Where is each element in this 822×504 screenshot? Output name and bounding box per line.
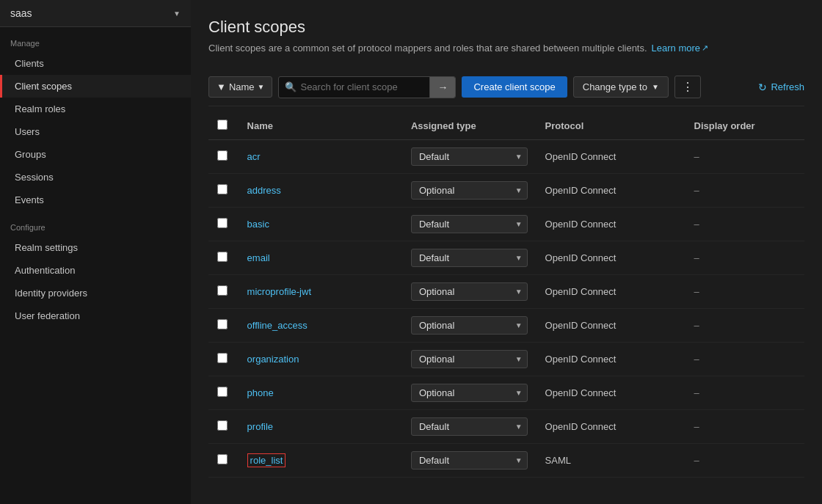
display-order-cell-acr: –: [685, 140, 804, 174]
display-order-cell-address: –: [685, 174, 804, 208]
assigned-type-select-role_list[interactable]: Default▼: [411, 451, 528, 470]
assigned-type-select-acr[interactable]: Default▼: [411, 147, 528, 166]
sidebar-item-label: User federation: [15, 310, 80, 321]
table-row: basicDefault▼OpenID Connect–: [208, 208, 804, 241]
name-link-phone[interactable]: phone: [247, 387, 274, 398]
protocol-cell-basic: OpenID Connect: [537, 208, 685, 241]
filter-chevron-icon: ▼: [258, 83, 265, 91]
row-checkbox-basic[interactable]: [217, 218, 228, 228]
select-arrow-icon: ▼: [515, 220, 523, 228]
select-arrow-icon: ▼: [515, 254, 523, 262]
table-row: addressOptional▼OpenID Connect–: [208, 174, 804, 208]
row-checkbox-phone[interactable]: [217, 387, 228, 397]
select-arrow-icon: ▼: [515, 389, 523, 397]
filter-button[interactable]: ▼ Name ▼: [208, 76, 272, 98]
sidebar-item-groups[interactable]: Groups: [0, 143, 191, 166]
display-order-cell-microprofile-jwt: –: [685, 275, 804, 309]
sidebar-item-label: Client scopes: [15, 81, 72, 92]
protocol-cell-microprofile-jwt: OpenID Connect: [537, 275, 685, 309]
search-arrow-icon: →: [437, 81, 448, 93]
row-checkbox-microprofile-jwt[interactable]: [217, 285, 228, 296]
display-order-cell-offline_access: –: [685, 309, 804, 343]
name-link-profile[interactable]: profile: [247, 421, 273, 432]
table-row: offline_accessOptional▼OpenID Connect–: [208, 309, 804, 343]
sidebar-item-label: Groups: [15, 149, 46, 160]
search-submit-button[interactable]: →: [429, 77, 455, 98]
sidebar-item-authentication[interactable]: Authentication: [0, 259, 191, 282]
name-link-microprofile-jwt[interactable]: microprofile-jwt: [247, 286, 311, 297]
refresh-icon: ↻: [758, 81, 767, 93]
change-type-chevron-icon: ▼: [652, 83, 659, 91]
realm-name: saas: [10, 7, 32, 19]
name-link-address[interactable]: address: [247, 185, 281, 196]
name-link-offline_access[interactable]: offline_access: [247, 320, 308, 331]
realm-selector[interactable]: saas ▼: [0, 0, 191, 27]
row-checkbox-address[interactable]: [217, 184, 228, 194]
select-arrow-icon: ▼: [515, 288, 523, 296]
select-all-checkbox[interactable]: [217, 120, 228, 130]
table-header-name: Name: [239, 112, 402, 140]
display-order-cell-phone: –: [685, 376, 804, 410]
client-scopes-table: Name Assigned type Protocol Display orde…: [208, 112, 804, 478]
refresh-button[interactable]: ↻ Refresh: [758, 81, 804, 93]
sidebar-item-label: Clients: [15, 58, 44, 69]
sidebar-item-users[interactable]: Users: [0, 120, 191, 143]
kebab-menu-button[interactable]: ⋮: [674, 76, 701, 98]
assigned-type-select-offline_access[interactable]: Optional▼: [411, 316, 528, 335]
search-input[interactable]: [300, 81, 423, 92]
sidebar-item-identity-providers[interactable]: Identity providers: [0, 282, 191, 304]
display-order-cell-email: –: [685, 241, 804, 275]
sidebar-item-realm-roles[interactable]: Realm roles: [0, 98, 191, 120]
protocol-cell-address: OpenID Connect: [537, 174, 685, 208]
sidebar-item-user-federation[interactable]: User federation: [0, 304, 191, 327]
search-group: 🔍 →: [278, 76, 456, 98]
assigned-type-select-phone[interactable]: Optional▼: [411, 384, 528, 402]
name-link-basic[interactable]: basic: [247, 219, 269, 230]
assigned-type-select-address[interactable]: Optional▼: [411, 181, 528, 200]
page-title: Client scopes: [208, 18, 804, 37]
table-header-assigned-type: Assigned type: [402, 112, 537, 140]
learn-more-link[interactable]: Learn more ↗: [652, 43, 708, 54]
assigned-type-select-organization[interactable]: Optional▼: [411, 350, 528, 368]
change-type-label: Change type to: [583, 81, 647, 92]
sidebar-item-label: Realm settings: [15, 242, 78, 253]
row-checkbox-acr[interactable]: [217, 150, 228, 161]
row-checkbox-email[interactable]: [217, 252, 228, 262]
section-label-manage: Manage: [0, 27, 191, 52]
assigned-type-select-microprofile-jwt[interactable]: Optional▼: [411, 282, 528, 301]
protocol-cell-offline_access: OpenID Connect: [537, 309, 685, 343]
row-checkbox-offline_access[interactable]: [217, 319, 228, 329]
sidebar-item-events[interactable]: Events: [0, 189, 191, 211]
filter-icon: ▼: [217, 81, 226, 92]
sidebar-item-label: Authentication: [15, 265, 75, 276]
row-checkbox-role_list[interactable]: [217, 454, 228, 464]
sidebar-item-label: Sessions: [15, 172, 54, 183]
sidebar-item-clients[interactable]: Clients: [0, 52, 191, 75]
assigned-type-select-email[interactable]: Default▼: [411, 249, 528, 267]
display-order-cell-profile: –: [685, 410, 804, 444]
change-type-button[interactable]: Change type to ▼: [573, 76, 669, 98]
name-link-role_list[interactable]: role_list: [247, 453, 286, 467]
sidebar-item-sessions[interactable]: Sessions: [0, 166, 191, 189]
row-checkbox-profile[interactable]: [217, 420, 228, 431]
table-header-protocol: Protocol: [537, 112, 685, 140]
table-row: profileDefault▼OpenID Connect–: [208, 410, 804, 444]
name-link-organization[interactable]: organization: [247, 354, 299, 365]
assigned-type-select-profile[interactable]: Default▼: [411, 417, 528, 436]
protocol-cell-phone: OpenID Connect: [537, 376, 685, 410]
row-checkbox-organization[interactable]: [217, 353, 228, 363]
sidebar-item-realm-settings[interactable]: Realm settings: [0, 236, 191, 259]
create-client-scope-button[interactable]: Create client scope: [462, 76, 567, 98]
select-arrow-icon: ▼: [515, 423, 523, 431]
assigned-type-select-basic[interactable]: Default▼: [411, 215, 528, 233]
sidebar-item-label: Realm roles: [15, 103, 65, 114]
table-row: organizationOptional▼OpenID Connect–: [208, 343, 804, 376]
table-row: phoneOptional▼OpenID Connect–: [208, 376, 804, 410]
sidebar-item-client-scopes[interactable]: Client scopes: [0, 75, 191, 98]
select-arrow-icon: ▼: [515, 355, 523, 363]
name-link-email[interactable]: email: [247, 252, 270, 263]
select-arrow-icon: ▼: [515, 153, 523, 161]
protocol-cell-role_list: SAML: [537, 444, 685, 478]
name-link-acr[interactable]: acr: [247, 151, 261, 162]
table-row: microprofile-jwtOptional▼OpenID Connect–: [208, 275, 804, 309]
